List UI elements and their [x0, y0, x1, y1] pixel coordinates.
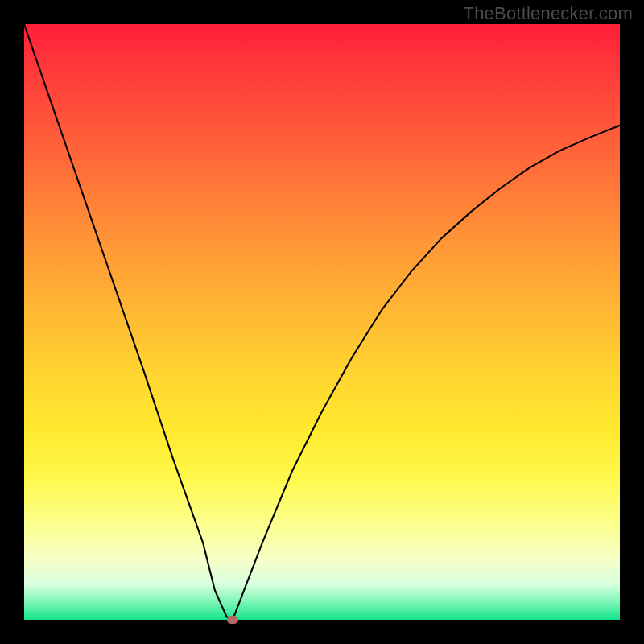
curve-layer: [24, 24, 620, 620]
plot-area: [24, 24, 620, 620]
bottleneck-curve: [24, 24, 620, 620]
watermark-text: TheBottlenecker.com: [464, 3, 633, 24]
chart-frame: TheBottlenecker.com: [0, 0, 644, 644]
optimal-point-marker: [227, 616, 238, 624]
